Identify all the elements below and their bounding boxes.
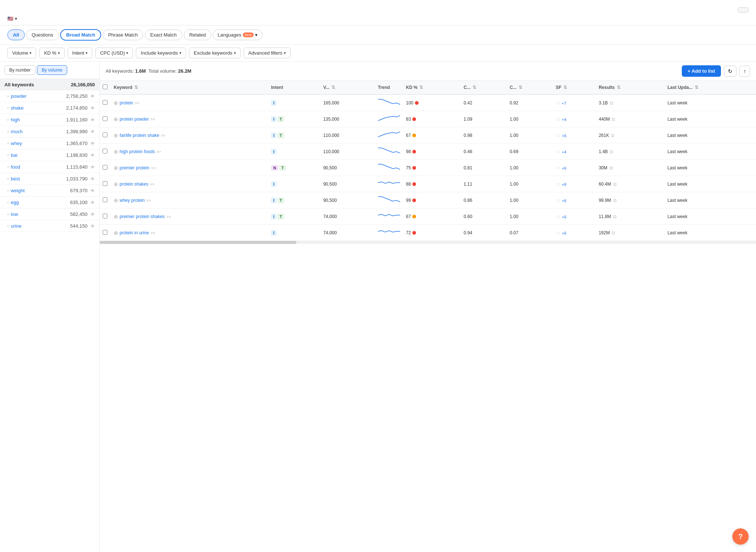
cpc1-cell: 0.98 <box>461 127 507 144</box>
eye-icon: 👁 <box>90 165 95 170</box>
cpc2-column-header[interactable]: C... ⇅ <box>507 81 553 94</box>
sidebar-item[interactable]: › best 1,033,790 👁 <box>0 173 99 185</box>
keyword-link[interactable]: ⊕ protein powder >> <box>114 116 265 122</box>
chevron-right-icon: › <box>7 94 8 98</box>
last-updated-cell: Last week <box>664 94 756 111</box>
last-updated-column-header[interactable]: Last Upda... ⇅ <box>664 81 756 94</box>
row-checkbox[interactable] <box>103 116 107 121</box>
star-icon[interactable]: ☆ <box>556 181 561 187</box>
sidebar-item[interactable]: › shake 2,174,850 👁 <box>0 102 99 114</box>
add-to-list-button[interactable]: + Add to list <box>682 65 721 77</box>
row-checkbox[interactable] <box>103 100 107 105</box>
sf-cell: ☆ +6 <box>553 192 596 208</box>
refresh-button[interactable]: ↻ <box>724 66 736 77</box>
intent-badge-i: I <box>271 214 276 220</box>
keyword-link[interactable]: ⊕ protein >> <box>114 100 265 106</box>
star-icon[interactable]: ☆ <box>556 165 561 171</box>
sidebar-item[interactable]: › food 1,115,640 👁 <box>0 161 99 173</box>
intent-column-header[interactable]: Intent <box>268 81 320 94</box>
cpc1-column-header[interactable]: C... ⇅ <box>461 81 507 94</box>
header: 🇺🇸 ▾ <box>0 0 756 25</box>
include-keywords-filter[interactable]: Include keywords ▾ <box>136 48 186 58</box>
select-all-checkbox[interactable] <box>103 84 107 89</box>
volume-cell: 74,000 <box>320 225 375 241</box>
horizontal-scrollbar[interactable] <box>100 241 756 244</box>
star-icon[interactable]: ☆ <box>556 230 561 236</box>
results-cell: 261K ⊡ <box>596 127 664 144</box>
keyword-link[interactable]: ⊕ protein shakes >> <box>114 181 265 187</box>
exclude-keywords-filter[interactable]: Exclude keywords ▾ <box>189 48 241 58</box>
star-icon[interactable]: ☆ <box>556 197 561 203</box>
sort-by-volume-button[interactable]: By volume <box>37 65 67 75</box>
star-icon[interactable]: ☆ <box>556 132 561 138</box>
kd-value: 67 <box>406 133 458 138</box>
scrollbar-thumb[interactable] <box>100 241 296 244</box>
keyword-link[interactable]: ⊕ premier protein >> <box>114 165 265 171</box>
volume-filter[interactable]: Volume ▾ <box>7 48 36 58</box>
sidebar-item[interactable]: › powder 2,758,250 👁 <box>0 90 99 102</box>
keyword-link[interactable]: ⊕ protein in urine >> <box>114 230 265 236</box>
sidebar-item[interactable]: › whey 1,365,670 👁 <box>0 138 99 149</box>
sf-column-header[interactable]: SF ⇅ <box>553 81 596 94</box>
plus-circle-icon: ⊕ <box>114 132 118 138</box>
sidebar-item[interactable]: › weight 679,370 👁 <box>0 185 99 197</box>
star-icon[interactable]: ☆ <box>556 116 561 122</box>
trend-cell <box>375 192 403 208</box>
star-icon[interactable]: ☆ <box>556 214 561 220</box>
sidebar-all-keywords-row[interactable]: All keywords 26,166,050 <box>0 79 99 90</box>
keyword-text: fairlife protein shake <box>120 133 159 138</box>
sf-plus-count: +6 <box>562 166 567 170</box>
row-checkbox[interactable] <box>103 149 107 153</box>
sidebar-item[interactable]: › urine 544,150 👁 <box>0 220 99 232</box>
row-checkbox[interactable] <box>103 230 107 235</box>
keyword-link[interactable]: ⊕ premier protein shakes >> <box>114 214 265 220</box>
cpc2-cell: 0.07 <box>507 225 553 241</box>
cpc2-cell: 0.69 <box>507 144 553 160</box>
sidebar-item-left: › high <box>7 117 20 123</box>
row-checkbox[interactable] <box>103 214 107 218</box>
plus-circle-icon: ⊕ <box>114 116 118 122</box>
keyword-link[interactable]: ⊕ whey protein >> <box>114 197 265 203</box>
row-checkbox[interactable] <box>103 181 107 186</box>
cpc-filter[interactable]: CPC (USD) ▾ <box>95 48 133 58</box>
keyword-column-header[interactable]: Keyword ⇅ <box>111 81 268 94</box>
intent-filter[interactable]: Intent ▾ <box>68 48 93 58</box>
kd-value: 72 <box>406 230 458 235</box>
row-checkbox[interactable] <box>103 132 107 137</box>
tab-broad-match[interactable]: Broad Match <box>60 29 101 41</box>
keyword-link[interactable]: ⊕ high protein foods >> <box>114 149 265 155</box>
sidebar-item[interactable]: › high 1,911,160 👁 <box>0 114 99 126</box>
trend-chart <box>378 98 400 107</box>
tab-all[interactable]: All <box>7 30 25 40</box>
star-icon[interactable]: ☆ <box>556 100 561 106</box>
volume-cell: 165,000 <box>320 94 375 111</box>
sidebar-item[interactable]: › low 582,450 👁 <box>0 208 99 220</box>
advanced-filters-button[interactable]: Advanced filters ▾ <box>244 48 291 58</box>
kd-filter[interactable]: KD % ▾ <box>39 48 64 58</box>
results-cell: 1.4B ⊡ <box>596 144 664 160</box>
view-history-button[interactable] <box>738 7 749 13</box>
sidebar-item[interactable]: › bar 1,198,830 👁 <box>0 149 99 161</box>
sidebar-item[interactable]: › egg 635,100 👁 <box>0 197 99 208</box>
tab-exact-match[interactable]: Exact Match <box>145 30 182 40</box>
results-icon: ⊡ <box>613 214 616 219</box>
results-column-header[interactable]: Results ⇅ <box>596 81 664 94</box>
cpc2-cell: 1.00 <box>507 192 553 208</box>
row-checkbox[interactable] <box>103 197 107 202</box>
table-row: ⊕ whey protein >> IT 90,500 99 0.86 1.00… <box>100 192 756 208</box>
row-checkbox[interactable] <box>103 165 107 170</box>
sort-by-number-button[interactable]: By number <box>4 65 35 75</box>
help-button[interactable]: ? <box>732 528 749 545</box>
star-icon[interactable]: ☆ <box>556 149 561 155</box>
tab-phrase-match[interactable]: Phrase Match <box>103 30 143 40</box>
tab-questions[interactable]: Questions <box>26 30 59 40</box>
volume-column-header[interactable]: V... ⇅ <box>320 81 375 94</box>
keyword-link[interactable]: ⊕ fairlife protein shake >> <box>114 132 265 138</box>
languages-button[interactable]: Languages beta ▾ <box>213 30 262 40</box>
kd-column-header[interactable]: KD % ⇅ <box>403 81 461 94</box>
tab-related[interactable]: Related <box>184 30 212 40</box>
cpc2-cell: 1.00 <box>507 160 553 176</box>
export-button[interactable]: ↑ <box>739 66 750 77</box>
keywords-table: Keyword ⇅ Intent V... ⇅ Trend KD % ⇅ C..… <box>100 81 756 241</box>
sidebar-item[interactable]: › much 1,398,990 👁 <box>0 126 99 138</box>
